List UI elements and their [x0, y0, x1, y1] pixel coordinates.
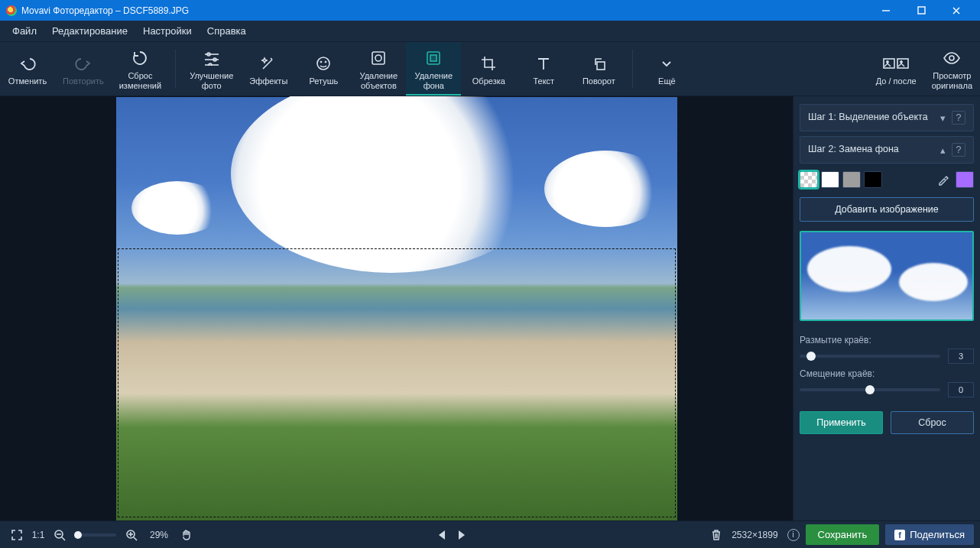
- svg-point-22: [949, 56, 954, 60]
- facebook-icon: f: [894, 530, 905, 540]
- eye-icon: [943, 48, 961, 68]
- fullscreen-button[interactable]: [6, 524, 28, 546]
- svg-point-21: [900, 60, 903, 63]
- share-button[interactable]: f Поделиться: [885, 524, 974, 545]
- reset-icon: [131, 48, 149, 68]
- reset-button[interactable]: Сброс: [891, 411, 974, 434]
- canvas-area[interactable]: [0, 96, 793, 520]
- swatch-transparent[interactable]: [800, 171, 818, 188]
- window-close-button[interactable]: [939, 0, 974, 21]
- apply-button[interactable]: Применить: [800, 411, 883, 434]
- window-title: Movavi Фоторедактор – DSCF5889.JPG: [21, 5, 189, 16]
- offset-label: Смещение краёв:: [800, 368, 974, 379]
- main-area: Шаг 1: Выделение объекта ▾ ? Шаг 2: Заме…: [0, 96, 980, 520]
- zoom-in-button[interactable]: [121, 524, 142, 546]
- app-logo: [6, 5, 17, 16]
- chevron-up-icon: ▴: [940, 144, 946, 156]
- menu-settings[interactable]: Настройки: [135, 22, 200, 40]
- sliders-icon: [203, 48, 221, 68]
- window-maximize-button[interactable]: [904, 0, 939, 21]
- background-thumbnail[interactable]: [800, 231, 974, 321]
- swatch-custom[interactable]: [956, 171, 974, 188]
- image-dimensions: 2532×1899: [732, 530, 777, 540]
- svg-line-24: [62, 537, 65, 540]
- crop-icon: [480, 54, 497, 73]
- color-swatches: [800, 171, 974, 188]
- side-panel: Шаг 1: Выделение объекта ▾ ? Шаг 2: Заме…: [793, 96, 980, 520]
- help-step1-button[interactable]: ?: [952, 111, 965, 125]
- offset-value[interactable]: 0: [948, 382, 974, 397]
- blur-slider[interactable]: [800, 355, 940, 358]
- info-button[interactable]: i: [787, 529, 800, 541]
- next-image-button[interactable]: [452, 525, 472, 545]
- svg-line-27: [134, 537, 137, 540]
- more-button[interactable]: Ещё: [639, 42, 694, 96]
- titlebar: Movavi Фоторедактор – DSCF5889.JPG: [0, 0, 980, 21]
- app-name: Movavi Фоторедактор: [21, 5, 113, 16]
- svg-point-10: [317, 57, 329, 70]
- zoom-level: 29%: [150, 530, 168, 540]
- background-icon: [425, 48, 442, 68]
- compare-icon: [883, 54, 909, 73]
- rotate-button[interactable]: Поворот: [571, 42, 626, 96]
- svg-rect-19: [897, 59, 908, 68]
- text-button[interactable]: Текст: [516, 42, 571, 96]
- save-button[interactable]: Сохранить: [806, 524, 880, 545]
- menu-file[interactable]: Файл: [5, 22, 44, 40]
- text-icon: [535, 54, 552, 73]
- svg-rect-13: [372, 52, 385, 64]
- undo-icon: [18, 54, 37, 73]
- redo-button[interactable]: Повторить: [55, 42, 112, 96]
- toolbar: Отменить Повторить Сброс изменений Улучш…: [0, 42, 980, 96]
- object-removal-button[interactable]: Удаление объектов: [351, 42, 406, 96]
- view-original-button[interactable]: Просмотр оригинала: [924, 42, 980, 96]
- reset-changes-button[interactable]: Сброс изменений: [112, 42, 169, 96]
- svg-point-14: [375, 55, 381, 61]
- stamp-icon: [370, 48, 387, 68]
- magic-wand-icon: [260, 54, 277, 73]
- delete-button[interactable]: [706, 524, 727, 546]
- before-after-button[interactable]: До / после: [868, 42, 924, 96]
- window-minimize-button[interactable]: [868, 0, 904, 21]
- svg-point-12: [325, 61, 326, 63]
- eyedropper-button[interactable]: [934, 171, 952, 188]
- svg-rect-16: [430, 55, 436, 61]
- blur-value[interactable]: 3: [948, 349, 974, 364]
- swatch-gray[interactable]: [842, 171, 861, 188]
- svg-rect-18: [884, 59, 894, 68]
- zoom-out-button[interactable]: [49, 524, 70, 546]
- effects-button[interactable]: Эффекты: [241, 42, 296, 96]
- chevron-down-icon: [660, 54, 673, 73]
- enhance-button[interactable]: Улучшение фото: [182, 42, 241, 96]
- crop-button[interactable]: Обрезка: [461, 42, 516, 96]
- chevron-down-icon: ▾: [940, 112, 946, 124]
- zoom-slider[interactable]: [75, 533, 116, 537]
- svg-point-20: [887, 60, 889, 63]
- hand-tool-button[interactable]: [176, 524, 197, 546]
- face-icon: [315, 54, 332, 73]
- swatch-white[interactable]: [821, 171, 839, 188]
- retouch-button[interactable]: Ретушь: [296, 42, 351, 96]
- offset-slider[interactable]: [800, 388, 940, 391]
- swatch-black[interactable]: [864, 171, 882, 188]
- menu-help[interactable]: Справка: [200, 22, 254, 40]
- rotate-icon: [590, 54, 607, 73]
- step1-header[interactable]: Шаг 1: Выделение объекта ▾ ?: [800, 104, 974, 131]
- help-step2-button[interactable]: ?: [952, 143, 965, 157]
- redo-icon: [74, 54, 92, 73]
- file-name: DSCF5889.JPG: [123, 5, 189, 16]
- statusbar: 1:1 29% 2532×1899 i Сохранить f Поделить…: [0, 520, 980, 548]
- step2-header[interactable]: Шаг 2: Замена фона ▴ ?: [800, 136, 974, 164]
- menu-edit[interactable]: Редактирование: [44, 22, 135, 40]
- menubar: Файл Редактирование Настройки Справка: [0, 21, 980, 42]
- svg-point-11: [320, 61, 322, 63]
- svg-rect-17: [597, 62, 605, 70]
- add-image-button[interactable]: Добавить изображение: [800, 197, 974, 222]
- prev-image-button[interactable]: [432, 525, 452, 545]
- background-removal-button[interactable]: Удаление фона: [406, 42, 461, 96]
- blur-label: Размытие краёв:: [800, 335, 974, 345]
- selection-marquee[interactable]: [118, 248, 676, 517]
- fit-button[interactable]: 1:1: [28, 524, 49, 546]
- undo-button[interactable]: Отменить: [0, 42, 55, 96]
- image-canvas[interactable]: [116, 97, 677, 520]
